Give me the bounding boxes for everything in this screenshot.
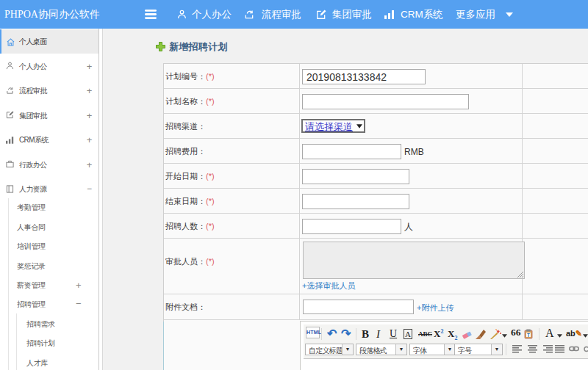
svg-text:T: T [527,333,530,338]
